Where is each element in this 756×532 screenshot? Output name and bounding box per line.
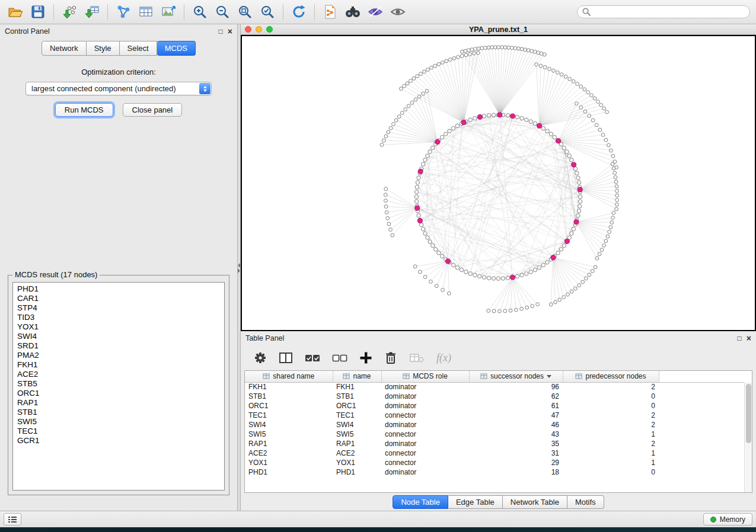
mcds-result-item[interactable]: FKH1 [17, 360, 224, 370]
close-panel-button[interactable]: Close panel [123, 103, 183, 117]
table-cell[interactable]: 46 [469, 420, 563, 430]
save-session-button[interactable] [28, 2, 47, 21]
share-document-button[interactable] [321, 2, 340, 21]
search-field[interactable] [577, 5, 750, 18]
table-cell[interactable]: RAP1 [333, 439, 381, 448]
table-cell[interactable]: 96 [469, 382, 563, 392]
tab-network[interactable]: Network [42, 41, 87, 56]
table-row[interactable]: ACE2ACE2connector311 [245, 448, 744, 458]
table-cell[interactable]: 1 [563, 430, 659, 439]
show-hide-annotations-button[interactable] [388, 2, 407, 21]
close-table-panel-icon[interactable]: × [747, 334, 751, 343]
table-cell[interactable] [659, 401, 744, 411]
tab-motifs[interactable]: Motifs [567, 495, 604, 509]
table-cell[interactable]: 61 [469, 401, 563, 411]
table-cell[interactable]: connector [381, 458, 469, 467]
memory-button[interactable]: Memory [703, 513, 752, 525]
column-header-successor-nodes[interactable]: successor nodes [469, 371, 563, 382]
table-cell[interactable]: 35 [469, 439, 563, 448]
mcds-result-item[interactable]: SWI4 [17, 332, 224, 341]
table-cell[interactable] [659, 467, 744, 477]
table-cell[interactable]: ORC1 [245, 401, 333, 411]
table-cell[interactable]: YOX1 [333, 458, 381, 467]
table-cell[interactable]: 0 [563, 392, 659, 401]
table-cell[interactable]: 18 [469, 467, 563, 477]
panel-menu-button[interactable] [4, 513, 21, 525]
table-row[interactable]: SWI4SWI4dominator462 [245, 420, 744, 430]
mcds-result-item[interactable]: STP4 [17, 303, 224, 313]
table-vertical-scrollbar[interactable] [744, 383, 752, 492]
table-cell[interactable] [659, 430, 744, 439]
mcds-result-item[interactable]: STB5 [17, 379, 224, 389]
tab-node-table[interactable]: Node Table [393, 495, 448, 509]
delete-column-button[interactable] [384, 351, 397, 364]
table-cell[interactable]: FKH1 [333, 382, 381, 392]
new-network-button[interactable] [114, 2, 133, 21]
show-graphics-details-button[interactable] [366, 2, 385, 21]
table-cell[interactable]: connector [381, 430, 469, 439]
tab-mcds[interactable]: MCDS [157, 41, 196, 56]
mcds-result-item[interactable]: TID3 [17, 313, 224, 322]
table-cell[interactable]: PHD1 [333, 467, 381, 477]
import-network-button[interactable] [60, 2, 79, 21]
mcds-result-item[interactable]: ACE2 [17, 370, 224, 379]
zoom-selected-button[interactable] [258, 2, 277, 21]
table-cell[interactable]: 1 [563, 458, 659, 467]
table-cell[interactable]: connector [381, 411, 469, 420]
table-cell[interactable]: 2 [563, 411, 659, 420]
float-panel-icon[interactable]: □ [219, 27, 223, 36]
optimization-criterion-select[interactable]: largest connected component (undirected) [25, 82, 212, 95]
table-row[interactable]: PHD1PHD1dominator180 [245, 467, 744, 477]
column-header-name[interactable]: name [333, 371, 381, 382]
table-cell[interactable]: SWI5 [333, 430, 381, 439]
table-cell[interactable]: dominator [381, 382, 469, 392]
table-cell[interactable] [659, 420, 744, 430]
table-cell[interactable]: dominator [381, 420, 469, 430]
tab-edge-table[interactable]: Edge Table [448, 495, 503, 509]
mcds-result-item[interactable]: GCR1 [17, 436, 224, 446]
table-cell[interactable] [659, 411, 744, 420]
zoom-out-button[interactable] [213, 2, 232, 21]
table-cell[interactable]: dominator [381, 467, 469, 477]
mcds-result-item[interactable]: YOX1 [17, 322, 224, 332]
table-cell[interactable]: 62 [469, 392, 563, 401]
table-cell[interactable]: 31 [469, 448, 563, 458]
table-cell[interactable]: 47 [469, 411, 563, 420]
mcds-result-list[interactable]: PHD1CAR1STP4TID3YOX1SWI4SRD1PMA2FKH1ACE2… [12, 282, 225, 491]
table-cell[interactable] [659, 439, 744, 448]
column-header-mcds-role[interactable]: MCDS role [381, 371, 469, 382]
table-cell[interactable]: RAP1 [245, 439, 333, 448]
table-cell[interactable]: 29 [469, 458, 563, 467]
deselect-all-button[interactable] [332, 351, 347, 364]
table-cell[interactable]: 0 [563, 401, 659, 411]
mcds-result-item[interactable]: RAP1 [17, 398, 224, 408]
mcds-result-item[interactable]: SRD1 [17, 341, 224, 351]
close-panel-icon[interactable]: × [228, 27, 232, 36]
table-cell[interactable]: SWI4 [333, 420, 381, 430]
mcds-result-item[interactable]: STB1 [17, 408, 224, 417]
table-row[interactable]: FKH1FKH1dominator962 [245, 382, 744, 392]
table-cell[interactable]: ACE2 [333, 448, 381, 458]
scrollbar-thumb[interactable] [746, 384, 751, 443]
add-column-button[interactable] [359, 351, 372, 364]
table-cell[interactable] [659, 448, 744, 458]
table-cell[interactable]: SWI5 [245, 430, 333, 439]
table-row[interactable]: SWI5SWI5connector431 [245, 430, 744, 439]
table-cell[interactable]: STB1 [245, 392, 333, 401]
table-settings-button[interactable] [254, 351, 267, 364]
column-header-predecessor-nodes[interactable]: predecessor nodes [563, 371, 659, 382]
table-cell[interactable]: FKH1 [245, 382, 333, 392]
table-cell[interactable]: TEC1 [333, 411, 381, 420]
table-row[interactable]: ORC1ORC1dominator610 [245, 401, 744, 411]
table-cell[interactable] [659, 382, 744, 392]
table-row[interactable]: STB1STB1dominator620 [245, 392, 744, 401]
mcds-result-item[interactable]: ORC1 [17, 389, 224, 398]
export-image-button[interactable] [159, 2, 178, 21]
mcds-result-item[interactable]: TEC1 [17, 427, 224, 436]
table-cell[interactable]: 2 [563, 439, 659, 448]
table-cell[interactable]: ACE2 [245, 448, 333, 458]
table-cell[interactable]: 43 [469, 430, 563, 439]
table-row[interactable]: RAP1RAP1dominator352 [245, 439, 744, 448]
tab-select[interactable]: Select [120, 41, 157, 56]
zoom-in-button[interactable] [190, 2, 209, 21]
